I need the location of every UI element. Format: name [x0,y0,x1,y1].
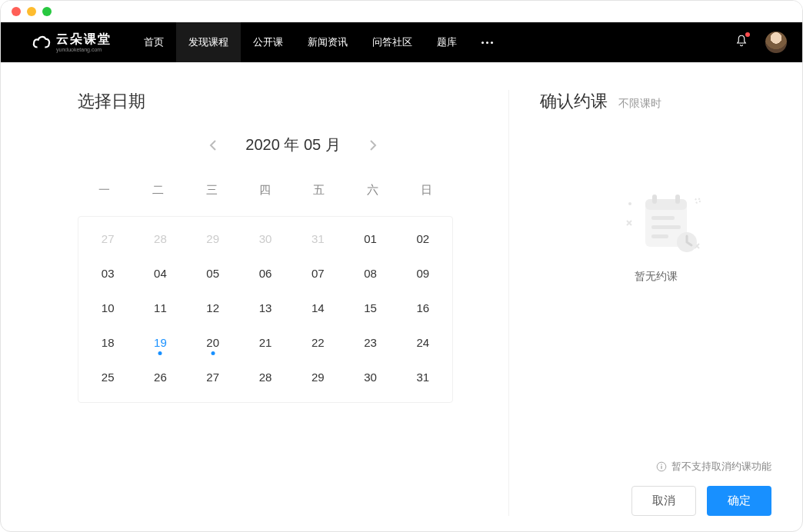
info-icon [656,461,667,472]
minimize-dot[interactable] [27,7,36,16]
weekday-2: 三 [185,177,238,204]
cloud-logo-icon [32,32,52,52]
weekday-1: 二 [132,177,185,204]
calendar-title: 选择日期 [78,90,508,113]
logo-subtext: yunduoketang.com [56,47,112,52]
empty-illustration [618,190,695,251]
day-06[interactable]: 06 [239,256,292,291]
day-16[interactable]: 16 [397,291,449,325]
nav-item-3[interactable]: 新闻资讯 [295,22,360,62]
day-23[interactable]: 23 [344,325,396,360]
day-27[interactable]: 27 [187,360,239,394]
svg-point-1 [695,198,700,203]
day-18[interactable]: 18 [82,325,134,360]
day-28[interactable]: 28 [134,221,186,256]
empty-state: 暂无约课 [540,190,771,284]
nav-item-5[interactable]: 题库 [425,22,469,62]
day-29[interactable]: 29 [292,360,344,394]
day-07[interactable]: 07 [292,256,344,291]
day-31[interactable]: 31 [397,360,449,394]
weekday-6: 日 [399,177,453,204]
day-05[interactable]: 05 [187,256,239,291]
empty-text: 暂无约课 [635,270,678,284]
day-22[interactable]: 22 [292,325,344,360]
day-08[interactable]: 08 [344,256,396,291]
day-29[interactable]: 29 [187,221,239,256]
chevron-right-icon [369,140,377,151]
avatar[interactable] [765,32,787,53]
day-04[interactable]: 04 [134,256,186,291]
svg-rect-6 [651,216,675,220]
event-dot [211,351,215,355]
day-20[interactable]: 20 [187,325,239,360]
day-14[interactable]: 14 [292,291,344,325]
notice-text: 暂不支持取消约课功能 [671,460,771,474]
nav-item-2[interactable]: 公开课 [241,22,295,62]
window-titlebar [1,1,802,22]
day-24[interactable]: 24 [397,325,449,360]
nav-more[interactable] [469,22,505,62]
close-dot[interactable] [12,7,21,16]
day-30[interactable]: 30 [239,221,292,256]
day-25[interactable]: 25 [82,360,134,394]
svg-rect-4 [652,195,657,204]
svg-rect-11 [661,466,661,469]
nav-item-0[interactable]: 首页 [132,22,176,62]
day-02[interactable]: 02 [397,221,449,256]
notice: 暂不支持取消约课功能 [540,460,771,474]
next-month-button[interactable] [365,138,381,153]
day-26[interactable]: 26 [134,360,186,394]
day-31[interactable]: 31 [292,221,344,256]
navbar: 云朵课堂 yunduoketang.com 首页发现课程公开课新闻资讯问答社区题… [1,22,802,62]
svg-rect-3 [645,199,687,210]
svg-rect-8 [651,234,668,238]
svg-point-0 [628,202,631,205]
day-13[interactable]: 13 [239,291,292,325]
confirm-subtitle: 不限课时 [618,97,661,111]
day-03[interactable]: 03 [82,256,134,291]
day-30[interactable]: 30 [344,360,396,394]
day-19[interactable]: 19 [134,325,186,360]
day-27[interactable]: 27 [82,221,134,256]
logo[interactable]: 云朵课堂 yunduoketang.com [32,32,112,52]
weekday-0: 一 [78,177,132,204]
day-28[interactable]: 28 [239,360,292,394]
day-21[interactable]: 21 [239,325,292,360]
logo-text: 云朵课堂 [56,33,112,45]
month-label: 2020 年 05 月 [245,135,340,155]
day-09[interactable]: 09 [397,256,449,291]
svg-rect-12 [661,464,661,465]
event-dot [158,351,162,355]
confirm-title: 确认约课 [540,90,608,113]
cancel-button[interactable]: 取消 [631,486,696,516]
maximize-dot[interactable] [42,7,52,16]
weekday-4: 五 [292,177,346,204]
svg-rect-5 [675,195,680,204]
chevron-left-icon [209,140,217,151]
day-01[interactable]: 01 [344,221,396,256]
day-15[interactable]: 15 [344,291,396,325]
day-11[interactable]: 11 [134,291,186,325]
notifications-button[interactable] [735,34,748,51]
weekday-3: 四 [238,177,292,204]
day-12[interactable]: 12 [187,291,239,325]
notification-badge [745,32,750,37]
confirm-button[interactable]: 确定 [707,486,771,516]
prev-month-button[interactable] [205,138,221,153]
svg-rect-7 [651,225,681,229]
weekday-5: 六 [346,177,400,204]
nav-item-1[interactable]: 发现课程 [176,22,241,62]
day-10[interactable]: 10 [82,291,134,325]
nav-item-4[interactable]: 问答社区 [360,22,425,62]
